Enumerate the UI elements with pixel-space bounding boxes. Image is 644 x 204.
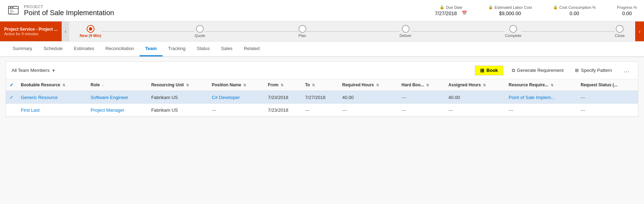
active-project-label[interactable]: Project Service - Project ... Active for… bbox=[0, 21, 62, 41]
stage-label-close: Close bbox=[615, 33, 625, 38]
row1-hard-booked: --- bbox=[398, 91, 445, 104]
svg-rect-5 bbox=[10, 11, 14, 12]
tab-estimates[interactable]: Estimates bbox=[68, 42, 100, 56]
generate-icon: ⧉ bbox=[512, 68, 515, 73]
progress-label: Progress % bbox=[617, 5, 637, 10]
stage-item-new[interactable]: New (9 Min) bbox=[80, 25, 101, 38]
stage-connector-1 bbox=[101, 31, 195, 32]
sort-icon-resource: ⇅ bbox=[62, 83, 65, 87]
row2-resourcing-unit: Fabrikam US bbox=[148, 104, 208, 117]
svg-rect-4 bbox=[10, 10, 13, 11]
row1-resource-require: Point of Sale Implem... bbox=[505, 91, 577, 104]
tab-tracking[interactable]: Tracking bbox=[162, 42, 191, 56]
stage-item-quote[interactable]: Quote bbox=[195, 25, 205, 38]
col-from[interactable]: From ⇅ bbox=[264, 79, 301, 91]
progress-value: 0.00 bbox=[622, 11, 632, 16]
due-date-value[interactable]: 7/27/2018 bbox=[435, 11, 457, 16]
stage-item-close[interactable]: Close bbox=[615, 25, 625, 38]
stage-label-complete: Complete bbox=[505, 33, 521, 38]
stage-circle-complete bbox=[509, 25, 517, 33]
stage-label-new: New (9 Min) bbox=[80, 33, 101, 38]
stage-item-deliver[interactable]: Deliver bbox=[399, 25, 411, 38]
row1-assigned-hours: 40.00 bbox=[445, 91, 505, 104]
toolbar-actions: ⊞ Book ⧉ Generate Requirement ⊞ Specify … bbox=[475, 65, 632, 75]
row2-hard-booked: --- bbox=[398, 104, 445, 117]
select-all-checkbox[interactable]: ✓ bbox=[10, 82, 14, 88]
stage-label-plan: Plan bbox=[299, 33, 306, 38]
header-title-group: PROJECT Point of Sale Implementation bbox=[24, 5, 435, 17]
book-button[interactable]: ⊞ Book bbox=[475, 66, 503, 75]
col-role[interactable]: Role ↓ bbox=[87, 79, 148, 91]
stage-circle-quote bbox=[196, 25, 204, 33]
project-type-label: PROJECT bbox=[24, 5, 435, 9]
row1-to: 7/27/2018 bbox=[301, 91, 338, 104]
stage-circle-close bbox=[616, 25, 624, 33]
row2-resource-require: --- bbox=[505, 104, 577, 117]
col-hard-booked[interactable]: Hard Boo... ⇅ bbox=[398, 79, 445, 91]
col-request-status[interactable]: Request Status (... bbox=[577, 79, 638, 91]
page-header: PROJECT Point of Sale Implementation 🔒 D… bbox=[0, 0, 644, 21]
row1-bookable-resource[interactable]: Generic Resource bbox=[17, 91, 87, 104]
row1-check[interactable]: ✓ bbox=[6, 91, 17, 104]
sort-icon-resource-req: ⇅ bbox=[551, 83, 553, 87]
col-assigned-hours[interactable]: Assigned Hours ⇅ bbox=[445, 79, 505, 91]
tab-reconciliation[interactable]: Reconciliation bbox=[100, 42, 140, 56]
tab-summary[interactable]: Summary bbox=[7, 42, 38, 56]
row2-bookable-resource[interactable]: First Last bbox=[17, 104, 87, 117]
tab-sales[interactable]: Sales bbox=[215, 42, 238, 56]
row1-request-status: --- bbox=[577, 91, 638, 104]
col-required-hours[interactable]: Required Hours ⇅ bbox=[339, 79, 398, 91]
row2-check[interactable] bbox=[6, 104, 17, 117]
row1-from: 7/23/2018 bbox=[264, 91, 301, 104]
filter-dropdown[interactable]: All Team Members ▼ bbox=[12, 68, 55, 73]
labor-cost-value: $9,000.00 bbox=[499, 11, 521, 16]
row1-role: Software Engineer bbox=[87, 91, 148, 104]
col-resourcing-unit[interactable]: Resourcing Unit ⇅ bbox=[148, 79, 208, 91]
col-resource-require[interactable]: Resource Require... ⇅ bbox=[505, 79, 577, 91]
stage-label-deliver: Deliver bbox=[399, 33, 411, 38]
table-row[interactable]: ✓ Generic Resource Software Engineer Fab… bbox=[6, 91, 638, 104]
more-options-button[interactable]: … bbox=[620, 65, 632, 75]
row1-checkmark: ✓ bbox=[10, 94, 14, 100]
tab-related[interactable]: Related bbox=[238, 42, 265, 56]
stage-prev-button[interactable]: ‹ bbox=[62, 21, 69, 41]
specify-icon: ⊞ bbox=[575, 68, 579, 73]
sort-icon-hard: ⇅ bbox=[426, 83, 429, 87]
col-bookable-resource[interactable]: Bookable Resource ⇅ bbox=[17, 79, 87, 91]
cost-consumption-label: 🔒 Cost Consumption % bbox=[553, 5, 596, 10]
project-title: Point of Sale Implementation bbox=[24, 9, 435, 17]
sort-icon-from: ⇅ bbox=[281, 83, 283, 87]
svg-rect-2 bbox=[10, 7, 11, 8]
stage-bar: Project Service - Project ... Active for… bbox=[0, 21, 644, 42]
table-row[interactable]: First Last Project Manager Fabrikam US -… bbox=[6, 104, 638, 117]
book-grid-icon: ⊞ bbox=[480, 68, 484, 73]
tab-schedule[interactable]: Schedule bbox=[38, 42, 68, 56]
specify-pattern-button[interactable]: ⊞ Specify Pattern bbox=[572, 66, 615, 75]
stages-row: New (9 Min) Quote Plan Deliver Complete … bbox=[69, 21, 635, 41]
stage-next-button[interactable]: › bbox=[635, 21, 644, 41]
stage-connector-4 bbox=[412, 31, 505, 32]
stage-item-complete[interactable]: Complete bbox=[505, 25, 521, 38]
svg-rect-6 bbox=[10, 13, 12, 13]
col-to[interactable]: To ⇅ bbox=[301, 79, 338, 91]
stage-item-plan[interactable]: Plan bbox=[299, 25, 306, 38]
row2-role: Project Manager bbox=[87, 104, 148, 117]
col-position-name[interactable]: Position Name ⇅ bbox=[208, 79, 264, 91]
cost-consumption-value: 0.00 bbox=[570, 11, 579, 16]
stage-connector-2 bbox=[205, 31, 299, 32]
tab-status[interactable]: Status bbox=[191, 42, 215, 56]
sort-icon-to: ⇅ bbox=[312, 83, 315, 87]
sort-icon-unit: ⇅ bbox=[186, 83, 189, 87]
lock-icon-cost: 🔒 bbox=[553, 5, 558, 10]
lock-icon-labor: 🔒 bbox=[488, 5, 493, 10]
row2-position-name: --- bbox=[208, 104, 264, 117]
row2-from: 7/23/2018 bbox=[264, 104, 301, 117]
progress-field: Progress % 0.00 bbox=[617, 5, 637, 16]
generate-requirement-button[interactable]: ⧉ Generate Requirement bbox=[509, 66, 566, 75]
tab-team[interactable]: Team bbox=[140, 42, 162, 56]
row2-assigned-hours: --- bbox=[445, 104, 505, 117]
calendar-icon[interactable]: 📅 bbox=[462, 11, 467, 16]
sort-icon-position: ⇅ bbox=[243, 83, 246, 87]
table-toolbar: All Team Members ▼ ⊞ Book ⧉ Generate Req… bbox=[6, 62, 638, 79]
row1-position-name: C# Developer bbox=[208, 91, 264, 104]
